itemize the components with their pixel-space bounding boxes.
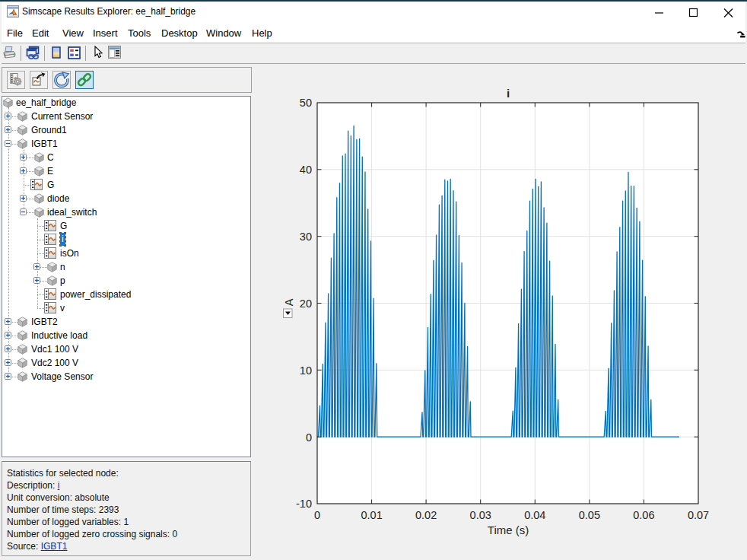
svg-text:30: 30 bbox=[300, 231, 312, 243]
svg-text:20: 20 bbox=[300, 298, 312, 310]
svg-text:0.05: 0.05 bbox=[579, 509, 600, 521]
svg-text:0.01: 0.01 bbox=[361, 509, 382, 521]
svg-text:0.07: 0.07 bbox=[688, 509, 709, 521]
svg-text:0: 0 bbox=[314, 509, 320, 521]
svg-text:0.03: 0.03 bbox=[470, 509, 491, 521]
svg-text:10: 10 bbox=[300, 364, 312, 377]
svg-text:50: 50 bbox=[300, 97, 312, 109]
svg-text:i: i bbox=[507, 87, 510, 100]
svg-text:A: A bbox=[283, 298, 295, 306]
svg-text:0.02: 0.02 bbox=[415, 509, 437, 521]
svg-text:40: 40 bbox=[300, 164, 312, 176]
svg-text:Time (s): Time (s) bbox=[488, 523, 529, 536]
svg-text:0.06: 0.06 bbox=[633, 509, 654, 521]
svg-text:-10: -10 bbox=[296, 498, 312, 510]
svg-text:0: 0 bbox=[306, 431, 312, 444]
svg-text:0.04: 0.04 bbox=[524, 509, 545, 521]
